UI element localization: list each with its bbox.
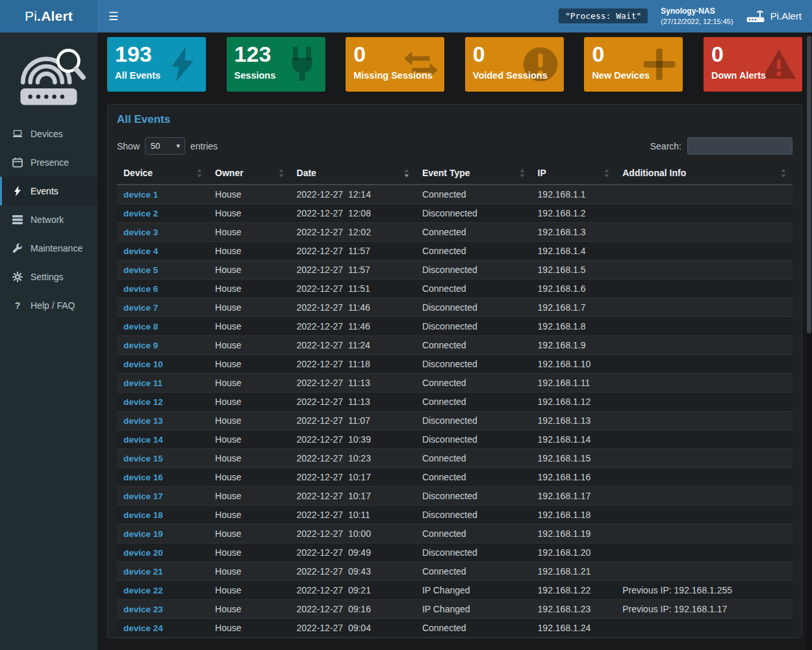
- sidebar-toggle-button[interactable]: ☰: [97, 0, 129, 32]
- date-cell: 2022-12-27 12:14: [290, 185, 416, 203]
- device-link[interactable]: device 8: [123, 322, 158, 332]
- summary-card-voided-sessions[interactable]: 0Voided Sessions: [465, 37, 564, 92]
- page-length-select[interactable]: 50: [145, 137, 185, 155]
- device-link[interactable]: device 3: [123, 228, 158, 237]
- network-icon: [12, 214, 23, 225]
- owner-cell: House: [209, 618, 290, 637]
- card-label: Voided Sessions: [473, 70, 556, 81]
- column-header-ip[interactable]: IP: [531, 163, 616, 185]
- sidebar-item-presence[interactable]: Presence: [0, 148, 97, 177]
- sidebar-item-events[interactable]: Events: [0, 177, 97, 205]
- table-row: device 24House2022-12-27 09:04Connected1…: [117, 618, 793, 637]
- date-cell: 2022-12-27 09:16: [290, 599, 416, 618]
- page-scrollbar[interactable]: [806, 32, 812, 650]
- additional-info-cell: [616, 505, 793, 524]
- table-row: device 3House2022-12-27 12:02Connected19…: [117, 222, 793, 241]
- sidebar-item-settings[interactable]: Settings: [0, 263, 97, 291]
- owner-cell: House: [209, 562, 290, 580]
- event-type-cell: Connected: [416, 392, 531, 411]
- device-cell: device 19: [117, 524, 209, 543]
- ip-cell: 192.168.1.14: [531, 430, 616, 448]
- device-link[interactable]: device 17: [123, 491, 163, 501]
- column-label: Owner: [215, 168, 244, 178]
- additional-info-cell: [616, 203, 793, 222]
- sidebar-item-label: Help / FAQ: [31, 300, 75, 311]
- summary-card-new-devices[interactable]: 0New Devices: [584, 37, 683, 92]
- device-link[interactable]: device 18: [123, 510, 163, 520]
- device-cell: device 20: [117, 543, 209, 562]
- date-cell: 2022-12-27 10:11: [290, 505, 416, 524]
- device-link[interactable]: device 7: [123, 303, 158, 313]
- brand-logo[interactable]: Pi.Alert: [0, 0, 97, 32]
- column-header-device[interactable]: Device: [117, 163, 209, 185]
- device-link[interactable]: device 19: [123, 529, 163, 539]
- column-header-event-type[interactable]: Event Type: [416, 163, 531, 185]
- ip-cell: 192.168.1.16: [531, 467, 616, 486]
- wrench-icon: [12, 243, 23, 254]
- column-label: Date: [297, 168, 316, 178]
- additional-info-cell: [616, 486, 793, 505]
- sidebar-item-help-faq[interactable]: ?Help / FAQ: [0, 291, 97, 320]
- column-header-date[interactable]: Date: [290, 163, 416, 185]
- event-type-cell: Disconnected: [416, 543, 531, 562]
- host-name: Synology-NAS: [661, 6, 733, 17]
- device-link[interactable]: device 21: [123, 567, 163, 577]
- table-row: device 12House2022-12-27 11:13Connected1…: [117, 392, 793, 411]
- search-input[interactable]: [687, 137, 793, 155]
- event-type-cell: Connected: [416, 335, 531, 354]
- scrollbar-thumb[interactable]: [807, 36, 811, 333]
- summary-card-all-events[interactable]: 193All Events: [107, 37, 206, 92]
- device-link[interactable]: device 9: [123, 341, 158, 350]
- event-type-cell: Disconnected: [416, 317, 531, 335]
- event-type-cell: Connected: [416, 618, 531, 637]
- table-row: device 17House2022-12-27 10:17Disconnect…: [117, 486, 793, 505]
- owner-cell: House: [209, 185, 290, 203]
- sidebar-item-maintenance[interactable]: Maintenance: [0, 234, 97, 263]
- table-row: device 1House2022-12-27 12:14Connected19…: [117, 185, 793, 203]
- table-row: device 7House2022-12-27 11:46Disconnecte…: [117, 298, 793, 317]
- device-link[interactable]: device 14: [123, 435, 163, 445]
- device-link[interactable]: device 1: [123, 190, 158, 200]
- sidebar-item-devices[interactable]: Devices: [0, 120, 97, 148]
- event-type-cell: Connected: [416, 467, 531, 486]
- summary-cards: 193All Events123Sessions0Missing Session…: [107, 37, 802, 92]
- additional-info-cell: [616, 618, 793, 637]
- sidebar-item-network[interactable]: Network: [0, 205, 97, 234]
- table-row: device 2House2022-12-27 12:08Disconnecte…: [117, 203, 793, 222]
- device-link[interactable]: device 22: [123, 586, 163, 595]
- device-link[interactable]: device 4: [123, 246, 158, 256]
- ip-cell: 192.168.1.18: [531, 505, 616, 524]
- additional-info-cell: [616, 411, 793, 430]
- device-link[interactable]: device 16: [123, 473, 163, 482]
- device-link[interactable]: device 10: [123, 359, 163, 369]
- device-link[interactable]: device 2: [123, 209, 158, 218]
- device-link[interactable]: device 13: [123, 416, 163, 426]
- topbar: Pi.Alert ☰ "Process: Wait" Synology-NAS …: [0, 0, 812, 32]
- device-link[interactable]: device 6: [123, 284, 158, 294]
- additional-info-cell: [616, 222, 793, 241]
- svg-text:?: ?: [15, 300, 21, 311]
- event-type-cell: Disconnected: [416, 505, 531, 524]
- additional-info-cell: [616, 260, 793, 279]
- sidebar-item-label: Network: [31, 214, 64, 225]
- device-link[interactable]: device 20: [123, 548, 163, 558]
- device-link[interactable]: device 15: [123, 454, 163, 463]
- device-link[interactable]: device 24: [123, 623, 163, 633]
- search-label: Search:: [650, 141, 681, 151]
- date-cell: 2022-12-27 11:46: [290, 298, 416, 317]
- device-link[interactable]: device 23: [123, 604, 163, 614]
- summary-card-sessions[interactable]: 123Sessions: [227, 37, 325, 92]
- column-header-owner[interactable]: Owner: [209, 163, 290, 185]
- summary-card-down-alerts[interactable]: 0Down Alerts: [704, 37, 802, 92]
- column-header-additional-info[interactable]: Additional Info: [616, 163, 793, 185]
- device-link[interactable]: device 11: [123, 378, 162, 388]
- page-length-control: Show 50 ▾ entries: [117, 137, 218, 155]
- ip-cell: 192.168.1.21: [531, 562, 616, 580]
- device-link[interactable]: device 5: [123, 265, 158, 275]
- topbar-app-link[interactable]: Pi.Alert: [746, 9, 802, 23]
- additional-info-cell: Previous IP: 192.168.1.255: [616, 580, 793, 599]
- device-link[interactable]: device 12: [123, 397, 163, 407]
- summary-card-missing-sessions[interactable]: 0Missing Sessions: [346, 37, 444, 92]
- additional-info-cell: [616, 298, 793, 317]
- ip-cell: 192.168.1.3: [531, 222, 616, 241]
